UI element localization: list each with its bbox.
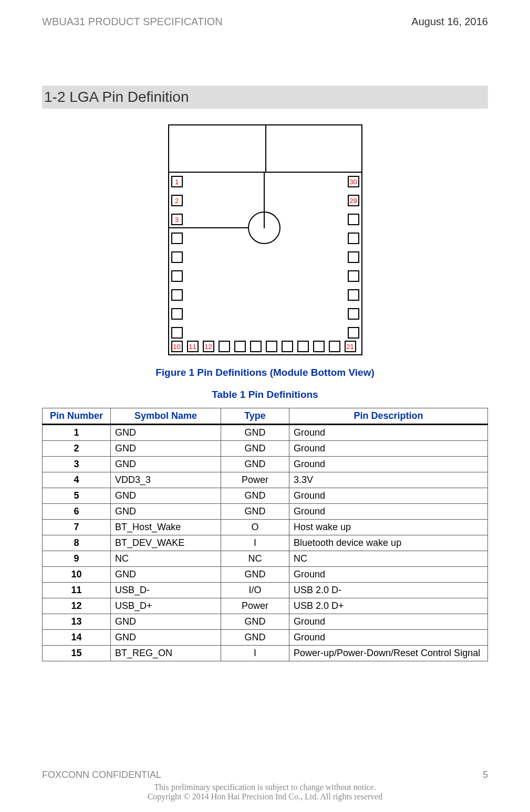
cell-symbol: GND — [111, 504, 221, 520]
cell-symbol: GND — [111, 567, 221, 583]
pad-bottom-3: 12 — [203, 341, 214, 352]
footer-page-number: 5 — [483, 769, 488, 781]
cell-symbol: NC — [111, 551, 221, 567]
cell-description: Ground — [289, 504, 488, 520]
cell-pin-number: 11 — [43, 583, 111, 598]
cell-type: GND — [221, 504, 289, 520]
th-symbol-name: Symbol Name — [111, 408, 221, 425]
cell-symbol: GND — [111, 488, 221, 504]
table-row: 5GNDGNDGround — [43, 488, 488, 504]
cell-description: Ground — [289, 425, 488, 441]
diagram-axis-horizontal — [169, 227, 249, 228]
table-row: 4VDD3_3Power3.3V — [43, 472, 488, 488]
cell-pin-number: 9 — [43, 551, 111, 567]
pad-bottom-10 — [313, 341, 325, 352]
cell-pin-number: 3 — [43, 457, 111, 472]
diagram-top-divider — [265, 125, 266, 173]
pin-diagram: 123302910111221 — [168, 124, 362, 355]
th-pin-number: Pin Number — [43, 408, 111, 425]
cell-type: I — [221, 646, 289, 661]
table-row: 10GNDGNDGround — [43, 567, 488, 583]
pad-left-6 — [171, 270, 183, 282]
pad-right-7 — [348, 289, 359, 301]
cell-pin-number: 6 — [43, 504, 111, 520]
header-left: WBUA31 PRODUCT SPECIFICATION — [42, 16, 223, 28]
cell-type: GND — [221, 441, 289, 457]
table-row: 9NCNCNC — [43, 551, 488, 567]
table-row: 8BT_DEV_WAKEIBluetooth device wake up — [43, 535, 488, 551]
cell-pin-number: 12 — [43, 598, 111, 614]
table-row: 1GNDGNDGround — [43, 425, 488, 441]
pad-bottom-2: 11 — [187, 341, 199, 352]
diagram-origin-circle — [248, 212, 280, 244]
cell-symbol: GND — [111, 425, 221, 441]
cell-description: Ground — [289, 614, 488, 630]
pad-left-2: 2 — [171, 195, 183, 206]
cell-description: NC — [289, 551, 488, 567]
cell-pin-number: 8 — [43, 535, 111, 551]
pad-right-6 — [348, 270, 359, 282]
pad-right-9 — [348, 327, 359, 339]
cell-pin-number: 10 — [43, 567, 111, 583]
section-title: 1-2 LGA Pin Definition — [42, 86, 488, 109]
cell-description: Host wake up — [289, 520, 488, 535]
pad-right-8 — [348, 308, 359, 320]
cell-symbol: GND — [111, 441, 221, 457]
th-type: Type — [221, 408, 289, 425]
cell-type: I — [221, 535, 289, 551]
cell-symbol: GND — [111, 457, 221, 472]
header-right: August 16, 2016 — [411, 16, 488, 28]
cell-type: GND — [221, 488, 289, 504]
footer-line-1: This preliminary specification is subjec… — [42, 783, 488, 792]
table-row: 15BT_REG_ONIPower-up/Power-Down/Reset Co… — [43, 646, 488, 661]
cell-type: I/O — [221, 583, 289, 598]
cell-description: Ground — [289, 441, 488, 457]
pad-right-4 — [348, 233, 359, 244]
cell-pin-number: 5 — [43, 488, 111, 504]
cell-symbol: BT_DEV_WAKE — [111, 535, 221, 551]
cell-pin-number: 1 — [43, 425, 111, 441]
pad-bottom-4 — [219, 341, 230, 352]
pad-left-7 — [171, 289, 183, 301]
cell-description: Bluetooth device wake up — [289, 535, 488, 551]
pad-left-9 — [171, 327, 183, 339]
cell-symbol: GND — [111, 614, 221, 630]
table-row: 7BT_Host_WakeOHost wake up — [43, 520, 488, 535]
cell-type: GND — [221, 425, 289, 441]
cell-type: GND — [221, 630, 289, 646]
pad-right-5 — [348, 251, 359, 263]
page-header: WBUA31 PRODUCT SPECIFICATION August 16, … — [42, 16, 488, 28]
footer-line-2: Copyright © 2014 Hon Hai Precision Ind C… — [42, 792, 488, 802]
cell-symbol: USB_D+ — [111, 598, 221, 614]
table-row: 3GNDGNDGround — [43, 457, 488, 472]
cell-pin-number: 13 — [43, 614, 111, 630]
page-footer: FOXCONN CONFIDENTIAL 5 This preliminary … — [42, 769, 488, 802]
cell-pin-number: 14 — [43, 630, 111, 646]
pad-left-4 — [171, 233, 183, 244]
pad-left-3: 3 — [171, 214, 183, 225]
footer-left: FOXCONN CONFIDENTIAL — [42, 769, 161, 781]
pin-table: Pin Number Symbol Name Type Pin Descript… — [42, 408, 488, 661]
pad-left-8 — [171, 308, 183, 320]
pad-bottom-11 — [329, 341, 340, 352]
cell-symbol: BT_REG_ON — [111, 646, 221, 661]
cell-type: GND — [221, 614, 289, 630]
cell-pin-number: 15 — [43, 646, 111, 661]
table-row: 6GNDGNDGround — [43, 504, 488, 520]
cell-description: USB 2.0 D+ — [289, 598, 488, 614]
cell-description: USB 2.0 D- — [289, 583, 488, 598]
cell-description: Ground — [289, 488, 488, 504]
pad-right-1: 30 — [348, 176, 359, 187]
pad-bottom-6 — [250, 341, 262, 352]
pad-left-5 — [171, 251, 183, 263]
table-caption: Table 1 Pin Definitions — [42, 389, 488, 400]
table-row: 13GNDGNDGround — [43, 614, 488, 630]
cell-pin-number: 2 — [43, 441, 111, 457]
table-row: 11USB_D-I/OUSB 2.0 D- — [43, 583, 488, 598]
figure-caption: Figure 1 Pin Definitions (Module Bottom … — [42, 367, 488, 378]
pad-bottom-12: 21 — [345, 341, 356, 352]
pad-bottom-1: 10 — [171, 341, 183, 352]
cell-description: Ground — [289, 567, 488, 583]
pin-diagram-wrapper: 123302910111221 — [42, 124, 488, 357]
cell-type: GND — [221, 457, 289, 472]
